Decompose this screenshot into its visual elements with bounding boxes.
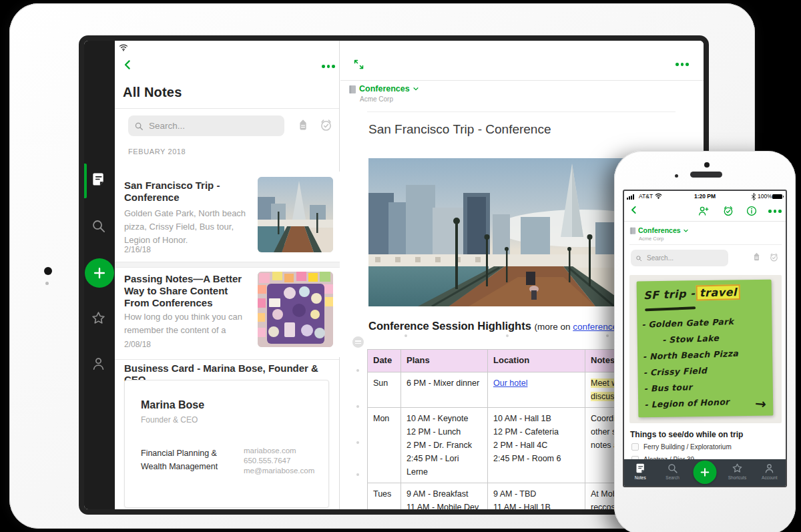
new-note-button[interactable]: [85, 258, 114, 288]
card-phone: 650.555.7647: [244, 456, 314, 466]
drag-handle-dot: [356, 441, 359, 444]
notebook-icon: [629, 227, 636, 235]
divider: [115, 262, 340, 268]
back-button[interactable]: [629, 205, 639, 216]
note-title: San Francisco Trip - Conference: [124, 180, 252, 204]
cell-day: Mon: [368, 408, 401, 483]
ipad-camera: [44, 267, 52, 275]
list-more-button[interactable]: [322, 65, 335, 68]
nav-label: Shortcuts: [721, 475, 753, 480]
column-dot: [506, 334, 509, 337]
note-title: Passing Notes—A Better Way to Share Cont…: [124, 273, 252, 309]
note-thumbnail-san-francisco: [258, 177, 333, 252]
search-icon: [134, 121, 144, 131]
section-label: FEBUARY 2018: [128, 148, 186, 156]
paragraph-drag-handle[interactable]: [352, 336, 364, 348]
divider: [340, 80, 704, 81]
nav-search[interactable]: Search: [656, 459, 688, 486]
notebook-org: Acme Corp: [360, 95, 393, 103]
share-person-add-icon[interactable]: [698, 205, 710, 217]
iphone-device: AT&T 1:20 PM 100%: [614, 151, 796, 532]
col-header-date: Date: [368, 350, 401, 372]
checklist-item[interactable]: Ferry Building / Exploratorium: [631, 443, 732, 451]
shortcuts-star-icon: [732, 463, 743, 474]
divider: [115, 108, 339, 109]
cell-location: 10 AM - Hall 1B 12 PM - Cafeteria 2 PM -…: [488, 408, 585, 483]
col-header-plans: Plans: [401, 350, 488, 372]
search-input[interactable]: [645, 254, 724, 262]
search-bar[interactable]: [128, 115, 284, 136]
nav-label: Account: [754, 475, 786, 480]
note-thumbnail-stickers: [258, 272, 333, 347]
page-title: All Notes: [123, 85, 182, 100]
note-date: 2/08/18: [124, 340, 151, 349]
business-card[interactable]: Marina Bose Founder & CEO Financial Plan…: [124, 380, 329, 508]
nav-account[interactable]: Account: [754, 459, 786, 486]
nav-shortcuts[interactable]: Shortcuts: [721, 459, 753, 486]
nav-label: Search: [656, 475, 688, 480]
ipad-sensor-dot: [45, 282, 49, 285]
notebook-selector[interactable]: Conferences: [638, 226, 689, 234]
tag-filter-icon[interactable]: [752, 252, 762, 263]
notes-icon[interactable]: [91, 172, 106, 187]
new-note-button[interactable]: [694, 461, 717, 484]
wifi-icon: [119, 43, 128, 51]
col-header-location: Location: [488, 350, 585, 372]
card-website: mariabose.com: [244, 446, 314, 456]
note-snippet: How long do you think you can remember t…: [124, 310, 255, 337]
nav-new-note[interactable]: [689, 459, 721, 486]
note-snippet: Golden Gate Park, North beach pizza, Cri…: [124, 207, 255, 247]
notes-list-pane: All Notes FEBUARY 2018 San Fra: [115, 41, 340, 509]
note-date: 2/16/18: [124, 245, 151, 254]
shortcuts-star-icon[interactable]: [91, 310, 106, 326]
nav-label: Notes: [624, 475, 656, 480]
account-icon: [764, 463, 775, 474]
arrow-icon: →: [754, 395, 767, 412]
checklist-label: Ferry Building / Exploratorium: [643, 443, 732, 451]
battery-percent: 100%: [758, 193, 772, 200]
drag-handle-dot: [356, 473, 359, 476]
note-title[interactable]: San Francisco Trip - Conference: [368, 122, 551, 137]
iphone-speaker: [690, 172, 722, 178]
cell-day: Tues: [368, 483, 401, 515]
sticky-note: SF trip -travel - Golden Gate Park - Sto…: [637, 280, 774, 418]
status-bar: AT&T 1:20 PM 100%: [624, 191, 786, 202]
search-icon[interactable]: [91, 218, 106, 234]
note-photo-san-francisco[interactable]: [368, 158, 635, 306]
reminder-icon[interactable]: [319, 118, 333, 132]
sticky-underline: [645, 306, 696, 311]
reminder-icon[interactable]: [769, 252, 779, 262]
our-hotel-link[interactable]: Our hotel: [493, 378, 527, 388]
checkbox[interactable]: [631, 443, 639, 451]
chevron-down-icon: [413, 85, 419, 92]
iphone-sensor-dot: [675, 174, 678, 178]
notebook-selector[interactable]: Conferences: [359, 84, 419, 93]
note-more-button[interactable]: [676, 63, 689, 66]
tag-filter-icon[interactable]: [296, 118, 310, 133]
info-icon[interactable]: [746, 205, 758, 217]
cell-day: Sun: [368, 372, 401, 408]
divider: [624, 221, 786, 222]
sticky-title-text: SF trip -: [643, 287, 696, 302]
nav-notes[interactable]: Notes: [624, 459, 656, 486]
note-list-item[interactable]: San Francisco Trip - Conference Golden G…: [115, 172, 340, 262]
drag-handle-dot: [356, 405, 359, 408]
cell-plan: 10 AM - Keynote 12 PM - Lunch 2 PM - Dr.…: [401, 408, 488, 483]
account-icon[interactable]: [91, 356, 106, 371]
expand-note-icon[interactable]: [352, 58, 365, 71]
iphone-screen: AT&T 1:20 PM 100%: [623, 190, 787, 487]
note-list-item[interactable]: Passing Notes—A Better Way to Share Cont…: [115, 268, 340, 357]
notebook-icon: [348, 85, 356, 94]
search-input[interactable]: [148, 120, 278, 131]
back-button[interactable]: [121, 59, 134, 72]
search-bar[interactable]: [631, 250, 728, 266]
section-heading-text: Conference Session Highlights: [368, 320, 531, 332]
section-heading: Conference Session Highlights (more on c…: [368, 320, 641, 332]
divider: [629, 244, 782, 245]
note-photo-sticky[interactable]: SF trip -travel - Golden Gate Park - Sto…: [629, 275, 782, 423]
sticky-highlight: travel: [696, 284, 741, 300]
note-more-button[interactable]: [768, 210, 782, 213]
reminder-icon[interactable]: [722, 205, 734, 217]
app-rail: [84, 41, 115, 509]
card-company-line: Wealth Management: [141, 462, 218, 471]
